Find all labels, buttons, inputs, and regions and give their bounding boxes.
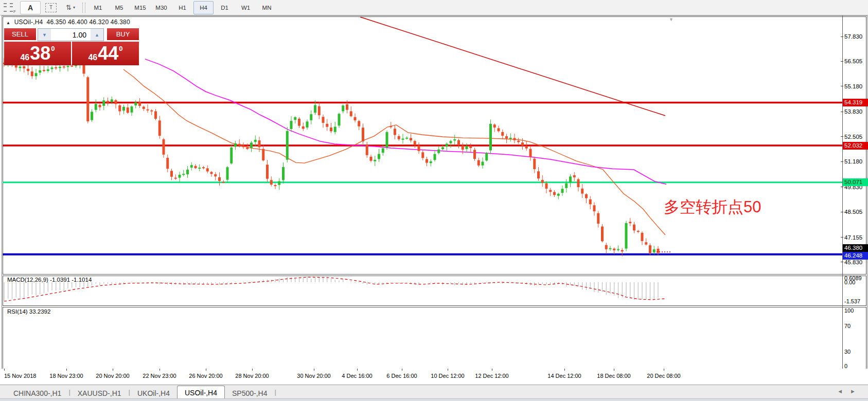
chart-tab-usoil-h4[interactable]: USOil-,H4 <box>177 386 225 399</box>
price-tick-label: 53.830 <box>844 108 862 115</box>
price-tick-mark <box>841 37 843 37</box>
price-tick-mark <box>841 86 843 86</box>
price-tick-mark <box>841 112 843 112</box>
top-toolbar: F A T ⇅ ▾ M1M5M15M30H1H4D1W1MN <box>0 0 868 15</box>
time-tick-label: 22 Nov 23:00 <box>143 373 176 379</box>
time-tick-label: 18 Nov 23:00 <box>49 373 83 379</box>
price-tick-label: 51.180 <box>844 158 862 165</box>
buy-price-button[interactable]: 46 44 0 <box>72 42 139 65</box>
time-tick-mark <box>357 369 358 371</box>
volume-up-icon[interactable]: ▲ <box>91 29 103 41</box>
timeframe-w1[interactable]: W1 <box>236 1 256 14</box>
price-tick-label: 57.830 <box>844 33 862 40</box>
time-tick-mark <box>160 369 160 371</box>
timeframe-m15[interactable]: M15 <box>130 1 150 14</box>
price-tick-mark <box>841 61 843 62</box>
chart-tab-china300-h1[interactable]: CHINA300-,H1 <box>6 387 68 399</box>
timeframe-h4[interactable]: H4 <box>193 1 214 14</box>
price-tick-label: 55.180 <box>844 83 862 89</box>
price-tick-label: 45.830 <box>844 259 862 265</box>
rsi-scale-label: 70 <box>844 323 851 329</box>
price-tick-mark <box>841 136 843 137</box>
time-tick-mark <box>402 369 402 371</box>
price-level-label: 46.248 <box>843 252 868 260</box>
time-tick-label: 6 Dec 16:00 <box>386 373 417 379</box>
macd-scale-label: -1.537 <box>844 298 860 304</box>
symbol-header: ▲ USOil-,H4 46.350 46.400 46.320 46.380 <box>6 19 130 26</box>
toolbar-grip <box>82 3 85 13</box>
price-level-label: 54.319 <box>843 99 868 106</box>
time-tick-mark <box>4 369 5 371</box>
time-tick-label: 12 Dec 12:00 <box>475 373 508 379</box>
buy-button[interactable]: BUY <box>107 28 139 41</box>
time-tick-mark <box>492 369 492 371</box>
price-tick-mark <box>841 212 843 212</box>
rsi-label: RSI(14) 33.2392 <box>7 308 50 315</box>
volume-input[interactable] <box>51 29 91 41</box>
volume-stepper: ▼ ▲ <box>38 28 104 41</box>
time-tick-label: 26 Nov 20:00 <box>189 373 222 379</box>
price-tick-label: 56.505 <box>844 58 862 64</box>
time-tick-mark <box>614 369 614 371</box>
time-tick-label: 18 Dec 08:00 <box>597 373 630 379</box>
timeframe-d1[interactable]: D1 <box>215 1 235 14</box>
sell-price-button[interactable]: 46 38 0 <box>4 42 71 65</box>
time-tick-mark <box>664 369 664 371</box>
macd-label: MACD(12,26,9) -1.0391 -1.1014 <box>7 277 92 283</box>
chart-tab-bar: CHINA300-,H1|XAUUSD-,H1|UKOil-,H4USOil-,… <box>0 385 868 399</box>
time-tick-mark <box>252 369 253 371</box>
symbol-title: USOil-,H4 <box>14 19 43 26</box>
time-tick-label: 20 Dec 08:00 <box>647 373 680 379</box>
time-tick-mark <box>564 369 565 371</box>
rsi-pane[interactable] <box>3 307 866 369</box>
price-tick-label: 48.505 <box>844 209 862 215</box>
rsi-scale-label: 100 <box>844 307 854 314</box>
time-tick-mark <box>448 369 448 371</box>
volume-down-icon[interactable]: ▼ <box>38 29 51 41</box>
price-tick-label: 52.505 <box>844 134 862 140</box>
chart-tab-ukoil-h4[interactable]: UKOil-,H4 <box>130 387 177 399</box>
time-tick-label: 4 Dec 16:00 <box>342 373 372 379</box>
time-tick-label: 28 Nov 20:00 <box>235 373 269 379</box>
macd-scale-label: 0.00 <box>844 279 855 285</box>
time-tick-mark <box>314 369 314 371</box>
price-scale-divider <box>842 15 843 369</box>
time-tick-mark <box>206 369 206 371</box>
timeframe-mn[interactable]: MN <box>257 1 277 14</box>
timeframe-m30[interactable]: M30 <box>151 1 171 14</box>
rsi-scale-label: 30 <box>844 349 851 355</box>
status-bar <box>0 398 868 401</box>
macd-pane[interactable] <box>3 276 866 306</box>
timeframe-m1[interactable]: M1 <box>88 1 108 14</box>
tab-scroll-arrows[interactable]: ◄► <box>837 388 863 394</box>
chart-tab-xauusd-h1[interactable]: XAUUSD-,H1 <box>70 387 129 399</box>
price-tick-mark <box>841 237 843 238</box>
time-axis[interactable]: 15 Nov 201818 Nov 23:0020 Nov 20:0022 No… <box>2 369 868 385</box>
sell-button[interactable]: SELL <box>4 28 36 41</box>
chevron-down-icon: ▾ <box>73 5 75 10</box>
collapse-arrow-icon[interactable]: ▲ <box>6 21 10 25</box>
ohlc-values: 46.350 46.400 46.320 46.380 <box>47 19 130 26</box>
price-tick-label: 47.155 <box>844 234 862 241</box>
time-tick-label: 15 Nov 2018 <box>4 373 36 379</box>
price-tick-mark <box>841 187 843 187</box>
time-tick-label: 30 Nov 20:00 <box>297 373 330 379</box>
time-tick-label: 20 Nov 20:00 <box>96 373 129 379</box>
timeframe-group: M1M5M15M30H1H4D1W1MN <box>87 1 277 14</box>
one-click-trade-panel: SELL ▼ ▲ BUY 46 38 0 46 44 0 <box>4 28 139 65</box>
time-tick-mark <box>113 369 113 371</box>
price-tick-mark <box>841 262 843 262</box>
timeframe-m5[interactable]: M5 <box>109 1 129 14</box>
time-tick-label: 14 Dec 12:00 <box>547 373 581 379</box>
price-level-label: 46.380 <box>843 244 868 252</box>
text-label-icon[interactable]: A <box>20 1 41 14</box>
timeframe-h1[interactable]: H1 <box>172 1 192 14</box>
chart-annotation-text: 多空转折点50 <box>664 196 761 218</box>
time-tick-label: 10 Dec 12:00 <box>431 373 464 379</box>
price-level-label: 52.032 <box>843 142 868 150</box>
chart-shift-marker-icon[interactable]: ▼ <box>669 17 674 22</box>
text-box-icon[interactable]: T <box>42 1 60 14</box>
arrow-style-icon[interactable]: ⇅ ▾ <box>61 1 80 14</box>
chart-tab-sp500-h4[interactable]: SP500-,H4 <box>225 387 274 399</box>
fibonacci-icon[interactable]: F <box>1 1 19 14</box>
